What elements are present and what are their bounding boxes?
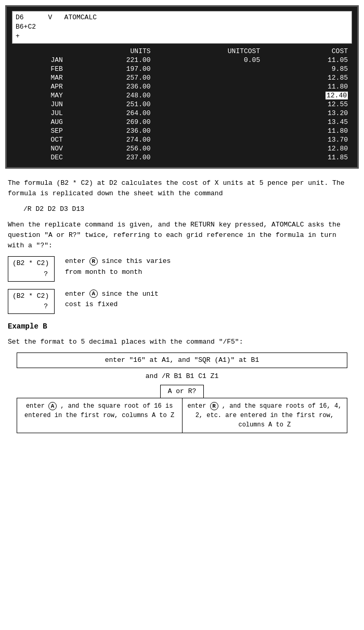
- formula-bar-line3: +: [16, 32, 348, 41]
- circled-A-1: A: [89, 289, 98, 298]
- table-row: AUG 269.00 13.45: [12, 118, 352, 127]
- highlighted-value: 12.40: [326, 92, 348, 99]
- cost-jun: 12.55: [264, 100, 352, 109]
- formula-examples: (B2 * C2) ? enter R since this variesfro…: [8, 256, 356, 314]
- formula-box-2: (B2 * C2) ?: [8, 289, 55, 314]
- cost-sep: 11.80: [264, 127, 352, 135]
- and-line: and /R B1 B1 C1 Z1: [8, 371, 356, 382]
- month-aug: AUG: [12, 118, 67, 127]
- month-mar: MAR: [12, 73, 67, 82]
- cost-mar: 12.85: [264, 73, 352, 82]
- spreadsheet-table: UNITS UNITCOST COST JAN 221.00 0.05 11.0…: [12, 47, 352, 162]
- units-jan: 221.00: [67, 56, 155, 65]
- cost-jul: 13.20: [264, 109, 352, 118]
- unitcost-mar: [155, 73, 265, 82]
- units-oct: 274.00: [67, 135, 155, 144]
- table-row: MAY 248.00 12.40: [12, 91, 352, 100]
- table-row: JAN 221.00 0.05 11.05: [12, 56, 352, 65]
- col-header-units: UNITS: [67, 47, 155, 56]
- cost-jan: 11.05: [264, 56, 352, 65]
- cost-apr: 11.80: [264, 82, 352, 91]
- unitcost-aug: [155, 118, 265, 127]
- col-header-unitcost: UNITCOST: [155, 47, 265, 56]
- cost-aug: 13.45: [264, 118, 352, 127]
- table-row: JUL 264.00 13.20: [12, 109, 352, 118]
- formula-desc-1: enter R since this variesfrom month to m…: [65, 256, 356, 277]
- month-jul: JUL: [12, 109, 67, 118]
- circled-A-2: A: [48, 402, 57, 410]
- month-jan: JAN: [12, 56, 67, 65]
- formula-desc-2: enter A since the unitcost is fixed: [65, 289, 356, 310]
- month-dec: DEC: [12, 153, 67, 162]
- month-jun: JUN: [12, 100, 67, 109]
- unitcost-jan: 0.05: [155, 56, 265, 65]
- aor-container: A or R? enter A , and the square root of…: [8, 385, 356, 434]
- formula-box-2-text: (B2 * C2): [12, 291, 50, 301]
- paragraph-1: The formula (B2 * C2) at D2 calculates t…: [8, 178, 356, 199]
- units-apr: 236.00: [67, 82, 155, 91]
- formula-bar-line2: B6+C2: [16, 22, 348, 32]
- formula-box-2-query: ?: [12, 301, 50, 312]
- enter-box: enter "16" at A1, and "SQR (A1)" at B1: [17, 352, 348, 368]
- table-row: APR 236.00 11.80: [12, 82, 352, 91]
- month-apr: APR: [12, 82, 67, 91]
- units-dec: 237.00: [67, 153, 155, 162]
- unitcost-oct: [155, 135, 265, 144]
- unitcost-jun: [155, 100, 265, 109]
- month-sep: SEP: [12, 127, 67, 135]
- spreadsheet-screen: D6 V ATOMCALC B6+C2 + UNITS UNITCOST COS…: [5, 5, 359, 169]
- formula-bar-line1: D6 V ATOMCALC: [16, 13, 348, 22]
- unitcost-may: [155, 91, 265, 100]
- formula-bar: D6 V ATOMCALC B6+C2 +: [12, 11, 352, 44]
- circled-R-1: R: [89, 257, 98, 266]
- table-row: SEP 236.00 11.80: [12, 127, 352, 135]
- table-row: JUN 251.00 12.55: [12, 100, 352, 109]
- unitcost-nov: [155, 144, 265, 153]
- table-row: DEC 237.00 11.85: [12, 153, 352, 162]
- cost-nov: 12.80: [264, 144, 352, 153]
- units-nov: 256.00: [67, 144, 155, 153]
- cost-feb: 9.85: [264, 65, 352, 73]
- cost-dec: 11.85: [264, 153, 352, 162]
- col-header-blank: [12, 47, 67, 56]
- aor-right-branch: enter R , and the square roots of 16, 4,…: [183, 398, 347, 433]
- table-row: NOV 256.00 12.80: [12, 144, 352, 153]
- unitcost-apr: [155, 82, 265, 91]
- formula-box-1-text: (B2 * C2): [12, 258, 50, 269]
- replicate-command: /R D2 D2 D3 D13: [23, 204, 356, 215]
- month-feb: FEB: [12, 65, 67, 73]
- example-b-title: Example B: [8, 321, 356, 333]
- units-jul: 264.00: [67, 109, 155, 118]
- aor-branches: enter A , and the square root of 16 is e…: [17, 398, 348, 433]
- table-row: MAR 257.00 12.85: [12, 73, 352, 82]
- units-jun: 251.00: [67, 100, 155, 109]
- month-nov: NOV: [12, 144, 67, 153]
- cost-oct: 13.70: [264, 135, 352, 144]
- table-row: OCT 274.00 13.70: [12, 135, 352, 144]
- units-aug: 269.00: [67, 118, 155, 127]
- unitcost-dec: [155, 153, 265, 162]
- paragraph-3: Set the format to 5 decimal places with …: [8, 337, 356, 347]
- circled-R-2: R: [210, 402, 218, 410]
- units-sep: 236.00: [67, 127, 155, 135]
- table-row: FEB 197.00 9.85: [12, 65, 352, 73]
- cost-may: 12.40: [264, 91, 352, 100]
- month-oct: OCT: [12, 135, 67, 144]
- units-feb: 197.00: [67, 65, 155, 73]
- unitcost-feb: [155, 65, 265, 73]
- col-header-cost: COST: [264, 47, 352, 56]
- formula-example-1: (B2 * C2) ? enter R since this variesfro…: [8, 256, 356, 281]
- month-may: MAY: [12, 91, 67, 100]
- formula-box-1-query: ?: [12, 269, 50, 280]
- aor-box: A or R?: [160, 385, 204, 398]
- units-may: 248.00: [67, 91, 155, 100]
- aor-left-branch: enter A , and the square root of 16 is e…: [17, 398, 183, 433]
- formula-example-2: (B2 * C2) ? enter A since the unitcost i…: [8, 289, 356, 314]
- paragraph-2: When the replicate command is given, and…: [8, 220, 356, 251]
- units-mar: 257.00: [67, 73, 155, 82]
- content-area: The formula (B2 * C2) at D2 calculates t…: [5, 178, 359, 434]
- unitcost-jul: [155, 109, 265, 118]
- unitcost-sep: [155, 127, 265, 135]
- formula-box-1: (B2 * C2) ?: [8, 256, 55, 281]
